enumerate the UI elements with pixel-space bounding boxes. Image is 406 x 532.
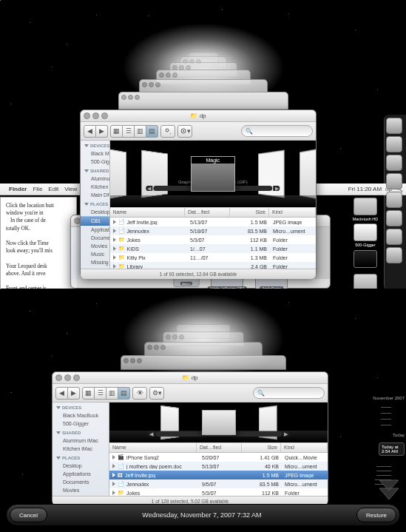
icon-view-button[interactable]: ▦ xyxy=(110,125,123,138)
table-row[interactable]: 📁 Jokes5/3/07112 KBFolder xyxy=(110,235,316,244)
table-row[interactable]: 📄 Jennodex9/5/0783.5 MBMicro…ument xyxy=(109,479,328,488)
sidebar-shared[interactable]: Aluminum iMac xyxy=(81,175,109,183)
sidebar-places-header[interactable]: PLACES xyxy=(81,199,109,208)
menu-view[interactable]: View xyxy=(64,186,77,192)
dock-app-icon[interactable] xyxy=(386,210,402,226)
menu-file[interactable]: File xyxy=(33,186,42,192)
sidebar-place[interactable]: Documents xyxy=(53,478,109,486)
sidebar-place[interactable]: Applications xyxy=(81,226,109,234)
window-titlebar[interactable]: 📁 dp xyxy=(81,110,316,122)
sidebar-place[interactable]: Documents xyxy=(81,234,109,242)
back-button[interactable]: ◀ xyxy=(55,387,68,400)
sidebar-place[interactable]: Desktop xyxy=(53,462,109,470)
coverflow-pane[interactable]: Jeff Invite.jpgJPEG image ◀▶ xyxy=(109,403,328,442)
menu-clock[interactable]: Fri 11:20 AM xyxy=(348,186,382,192)
zoom-icon[interactable] xyxy=(73,374,80,381)
dock-app-icon[interactable] xyxy=(386,229,402,245)
list-view-button[interactable]: ☰ xyxy=(123,125,135,138)
sidebar-place[interactable]: Movies xyxy=(53,486,109,494)
coverflow-prev[interactable]: ◀ xyxy=(146,186,152,191)
quicklook-button[interactable]: 👁 xyxy=(132,387,147,400)
close-icon[interactable] xyxy=(84,112,90,119)
sidebar-place[interactable]: Applications xyxy=(53,470,109,478)
table-row-selected[interactable]: 🖼 Jeff Invite.jpg1.5 MBJPEG image xyxy=(109,471,328,479)
table-row[interactable]: 📄 j mothers day poem.doc5/13/0740 KBMicr… xyxy=(109,462,328,471)
minimize-icon[interactable] xyxy=(92,112,99,119)
coverflow-next[interactable]: ▶ xyxy=(274,186,280,191)
coverflow-view-button[interactable]: ▤ xyxy=(118,387,130,400)
view-switcher[interactable]: ▦ ☰ ▥ ▤ xyxy=(110,125,158,138)
desktop-icon-drive[interactable]: 500-Gigger xyxy=(351,223,379,252)
zoom-icon[interactable] xyxy=(101,112,108,119)
table-row[interactable]: 📁 KIDS1/…071.1 MBFolder xyxy=(110,244,316,253)
sidebar-shared[interactable]: Kitchen iMac xyxy=(53,445,109,453)
sidebar-device[interactable]: Black MacBook xyxy=(53,411,109,420)
minimize-icon[interactable] xyxy=(64,374,71,381)
dock-app-icon[interactable] xyxy=(386,155,402,171)
close-icon[interactable] xyxy=(55,374,62,381)
dock-app-icon[interactable] xyxy=(386,118,402,134)
action-button[interactable]: ⚙▾ xyxy=(149,387,164,400)
back-button[interactable]: ◀ xyxy=(84,125,96,138)
menu-edit[interactable]: Edit xyxy=(48,186,58,192)
coverflow-pane[interactable]: Magic Microsoft Bob.gif Graphics Interch… xyxy=(110,141,316,207)
list-view-button[interactable]: ☰ xyxy=(95,387,106,400)
sidebar-devices-header[interactable]: DEVICES xyxy=(81,141,109,149)
sidebar-place[interactable]: Music xyxy=(81,250,109,258)
sidebar-place[interactable]: Missing Manuals xyxy=(81,258,109,266)
timemachine-timeline[interactable]: November 2007 Today Today at 2:54 AM xyxy=(379,318,405,494)
file-list[interactable]: 🎬 iPhone Song25/20/071.41 GBQuick…Movie … xyxy=(109,453,328,496)
sidebar: DEVICES Black MacBook 500-Gigger SHARED … xyxy=(81,141,110,269)
table-row[interactable]: 🎬 iPhone Song25/20/071.41 GBQuick…Movie xyxy=(109,453,328,462)
background-document: Click the location butt window you're in… xyxy=(0,197,77,289)
sidebar-shared-header[interactable]: SHARED xyxy=(81,166,109,175)
sidebar-device[interactable]: 500-Gigger xyxy=(53,420,109,428)
column-view-button[interactable]: ▥ xyxy=(135,125,146,138)
sidebar-device[interactable]: 500-Gigger xyxy=(81,158,109,166)
sidebar-place[interactable]: Movies xyxy=(81,242,109,250)
dock-app-icon[interactable] xyxy=(386,192,402,208)
search-input[interactable]: 🔍 xyxy=(253,387,325,399)
list-header[interactable]: Name Dat…fied Size Kind xyxy=(110,207,316,218)
dock-app-icon[interactable] xyxy=(386,173,402,189)
search-input[interactable]: 🔍 xyxy=(241,125,313,137)
quicklook-button[interactable] xyxy=(160,125,175,138)
desktop-icon-hd[interactable]: Macintosh HD xyxy=(351,198,379,226)
timeline-forward-arrow[interactable] xyxy=(376,477,402,501)
dock-app-icon[interactable] xyxy=(386,247,402,263)
file-list[interactable]: 📄 Jeff Invite.jpg5/13/071.5 MBJPEG image… xyxy=(110,218,316,269)
menu-finder[interactable]: Finder xyxy=(9,186,27,192)
sidebar-place[interactable]: Desktop xyxy=(81,208,109,216)
sidebar-place[interactable]: Pictures xyxy=(81,266,109,269)
table-row[interactable]: 📁 Kitty Pix11…/071.3 MBFolder xyxy=(110,253,316,262)
sidebar-place[interactable]: Music xyxy=(53,494,109,496)
dock-app-icon[interactable] xyxy=(386,136,402,152)
timemachine-bar: Cancel Wednesday, November 7, 2007 7:32 … xyxy=(6,504,400,526)
dock[interactable] xyxy=(384,115,406,289)
forward-button[interactable]: ▶ xyxy=(96,125,108,138)
table-row[interactable]: 📁 Library2.4 GBFolder xyxy=(110,262,316,269)
sidebar-device[interactable]: Black MacBook xyxy=(81,149,109,158)
desktop-icon-speaker[interactable]: MP3 speaker xyxy=(351,274,379,289)
timeline-now-label: Today at 2:54 AM xyxy=(379,442,405,456)
restore-button[interactable]: Restore xyxy=(356,508,396,522)
finder-window: 📁 dp ◀▶ ▦☰▥▤ 👁 ⚙▾ 🔍 DEVICES Black MacBoo… xyxy=(52,371,328,505)
action-button[interactable]: ▾ xyxy=(177,125,192,138)
sidebar-shared[interactable]: Main DP Mac xyxy=(81,191,109,199)
window-title: dp xyxy=(192,374,198,381)
window-titlebar[interactable]: 📁 dp xyxy=(53,372,328,384)
list-header[interactable]: Name Dat…fied Size Kind xyxy=(109,442,328,453)
table-row[interactable]: 📁 Jokes5/3/07112 KBFolder xyxy=(109,488,328,496)
coverflow-view-button[interactable]: ▤ xyxy=(146,125,158,138)
sidebar-shared[interactable]: Aluminum iMac xyxy=(53,437,109,445)
icon-view-button[interactable]: ▦ xyxy=(82,387,95,400)
svg-point-0 xyxy=(166,129,169,132)
table-row[interactable]: 📄 Jeff Invite.jpg5/13/071.5 MBJPEG image xyxy=(110,218,316,226)
nav-back-forward[interactable]: ◀ ▶ xyxy=(84,125,108,138)
cancel-button[interactable]: Cancel xyxy=(10,508,47,522)
sidebar-place[interactable]: C81 xyxy=(81,216,109,226)
column-view-button[interactable]: ▥ xyxy=(106,387,118,400)
table-row[interactable]: 📄 Jennodex5/18/0783.5 MBMicro…ument xyxy=(110,226,316,235)
sidebar-shared[interactable]: Kitchen iMac xyxy=(81,183,109,191)
forward-button[interactable]: ▶ xyxy=(68,387,80,400)
